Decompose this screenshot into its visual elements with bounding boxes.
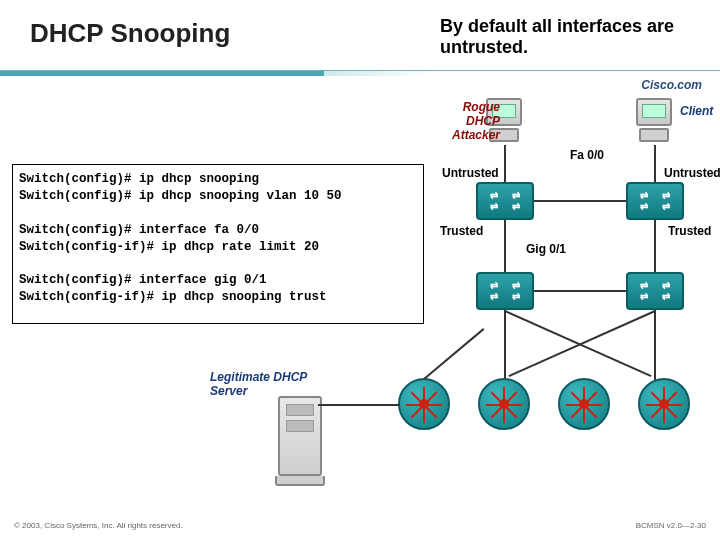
switch-icon: ⇄⇄⇄⇄	[626, 272, 684, 310]
switch-icon: ⇄⇄⇄⇄	[476, 182, 534, 220]
slide: DHCP Snooping By default all interfaces …	[0, 0, 720, 540]
slide-number: BCMSN v2.0—2-30	[636, 521, 706, 530]
network-link	[654, 145, 656, 183]
default-note: By default all interfaces are untrusted.	[440, 16, 710, 58]
gig01-label: Gig 0/1	[526, 242, 566, 256]
trusted-label: Trusted	[668, 224, 711, 238]
router-icon	[478, 378, 530, 430]
divider	[0, 70, 720, 76]
legit-server-label: Legitimate DHCP Server	[210, 370, 310, 398]
network-link	[423, 328, 484, 380]
copyright: © 2003, Cisco Systems, Inc. All rights r…	[14, 521, 183, 530]
client-label: Client	[680, 104, 713, 118]
network-link	[534, 200, 626, 202]
trusted-label: Trusted	[440, 224, 483, 238]
network-link	[534, 290, 626, 292]
switch-icon: ⇄⇄⇄⇄	[476, 272, 534, 310]
config-code: Switch(config)# ip dhcp snooping Switch(…	[19, 171, 417, 306]
router-icon	[398, 378, 450, 430]
network-link	[504, 145, 506, 183]
network-link	[654, 220, 656, 274]
attacker-label: Rogue DHCP Attacker	[430, 100, 500, 142]
router-icon	[558, 378, 610, 430]
untrusted-label: Untrusted	[664, 166, 720, 180]
network-link	[504, 220, 506, 274]
network-link	[654, 310, 656, 380]
fa00-label: Fa 0/0	[570, 148, 604, 162]
brand-label: Cisco.com	[641, 78, 702, 92]
network-link	[318, 404, 400, 406]
router-icon	[638, 378, 690, 430]
untrusted-label: Untrusted	[442, 166, 499, 180]
network-link	[504, 310, 506, 380]
switch-icon: ⇄⇄⇄⇄	[626, 182, 684, 220]
client-pc-icon	[636, 98, 672, 142]
slide-title: DHCP Snooping	[30, 18, 230, 49]
config-code-box: Switch(config)# ip dhcp snooping Switch(…	[12, 164, 424, 324]
legit-server-icon	[270, 396, 330, 496]
